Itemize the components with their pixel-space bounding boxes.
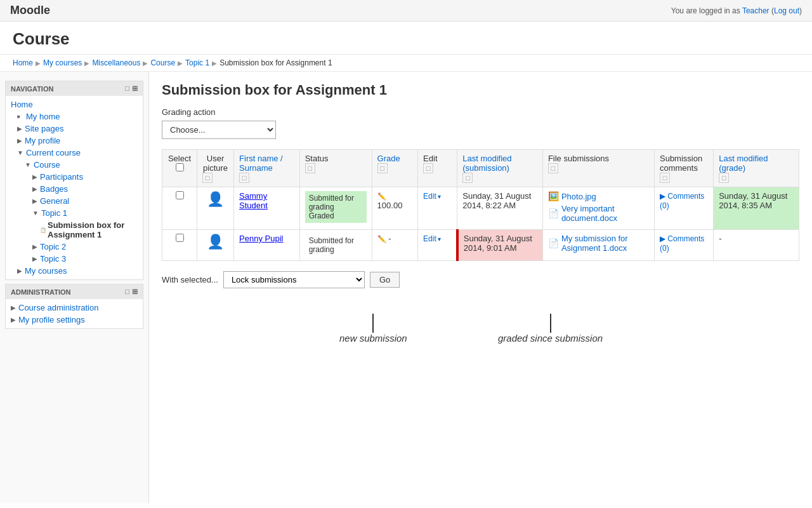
sidebar-myhome-link[interactable]: My home: [26, 112, 60, 121]
sidebar-courseadmin-link[interactable]: Course administration: [18, 303, 98, 312]
sidebar-sitepages-link[interactable]: Site pages: [25, 124, 63, 133]
row2-file1-name: My submission for Asignment 1.docx: [561, 234, 649, 253]
grade-sort-link[interactable]: Grade: [377, 154, 400, 163]
row1-file-cell: 🖼️ Photo.jpg 📄 Very important document.d…: [542, 187, 654, 230]
sidebar-item-general[interactable]: ▶ General: [6, 195, 143, 207]
sidebar-participants-link[interactable]: Participants: [40, 172, 83, 182]
navigation-title: NAVIGATION: [11, 85, 53, 93]
sidebar-item-profilesettings[interactable]: ▶ My profile settings: [6, 314, 143, 326]
sep4: ▶: [178, 60, 183, 67]
navigation-block-header: NAVIGATION □ ⊞: [6, 81, 143, 96]
row1-checkbox[interactable]: [176, 191, 184, 199]
sidebar-badges-link[interactable]: Badges: [40, 184, 68, 194]
administration-title: ADMINISTRATION: [11, 288, 71, 296]
sidebar-item-topic2[interactable]: ▶ Topic 2: [6, 241, 143, 253]
sidebar-topic1-link[interactable]: Topic 1: [41, 208, 67, 218]
administration-block-content: ▶ Course administration ▶ My profile set…: [6, 299, 143, 328]
row2-lastmod-grade-cell: -: [714, 230, 799, 261]
sidebar-submissionbox-link[interactable]: Submission box for Assignment 1: [48, 220, 138, 239]
grade-sort-icon[interactable]: □: [377, 163, 388, 173]
nav-config-icon[interactable]: ⊞: [132, 84, 138, 93]
name-sort-icon[interactable]: □: [239, 173, 249, 183]
sidebar-item-submissionbox[interactable]: 📋 Submission box for Assignment 1: [6, 219, 143, 241]
status-col-label: Status: [305, 154, 329, 163]
col-header-status: Status □: [299, 150, 372, 187]
teacher-link[interactable]: Teacher: [742, 6, 769, 15]
administration-block: ADMINISTRATION □ ⊞ ▶ Course administrati…: [5, 284, 143, 329]
row2-select-cell: [162, 230, 197, 261]
row1-file2-link[interactable]: 📄 Very important document.docx: [548, 204, 649, 223]
sidebar-item-course[interactable]: ▼ Course: [6, 159, 143, 171]
row2-checkbox[interactable]: [176, 234, 184, 242]
admin-collapse-icon[interactable]: □: [125, 288, 129, 296]
row2-edit-button[interactable]: Edit: [423, 234, 441, 243]
row1-comments-link[interactable]: ▶ Comments (0): [660, 192, 704, 210]
row1-edit-button[interactable]: Edit: [423, 192, 441, 201]
sidebar-item-sitepages[interactable]: ▶ Site pages: [6, 123, 143, 135]
row2-name-link[interactable]: Penny Pupil: [239, 234, 283, 243]
row1-grade-icon: ✏️: [377, 192, 386, 200]
status-sort-icon[interactable]: □: [305, 163, 315, 173]
row1-name-link[interactable]: Sammy Student: [239, 191, 268, 210]
comments-sort-icon[interactable]: □: [660, 173, 670, 183]
page-title: Course: [13, 29, 799, 49]
name-sort-link[interactable]: First name / Surname: [239, 154, 283, 173]
user-info: You are logged in as Teacher (Log out): [671, 6, 802, 15]
select-all-checkbox[interactable]: [176, 163, 184, 171]
myhome-bullet: ■: [17, 114, 22, 119]
row2-lastmod-sub-cell: Sunday, 31 August 2014, 9:01 AM: [457, 230, 543, 261]
breadcrumb-mycourses[interactable]: My courses: [43, 58, 82, 67]
profilesettings-arrow: ▶: [11, 316, 16, 323]
edit-sort-icon[interactable]: □: [423, 163, 433, 173]
file-sort-icon[interactable]: □: [548, 163, 558, 173]
col-header-lastmod-sub: Last modified (submission) □: [457, 150, 543, 187]
row2-file1-link[interactable]: 📄 My submission for Asignment 1.docx: [548, 234, 649, 253]
lastmod-sub-sort-link[interactable]: Last modified (submission): [462, 154, 511, 173]
sidebar-item-topic1[interactable]: ▼ Topic 1: [6, 207, 143, 219]
row2-avatar: 👤: [207, 234, 224, 250]
breadcrumb-misc[interactable]: Miscellaneous: [92, 58, 140, 67]
sidebar-home-link[interactable]: Home: [11, 100, 33, 109]
logout-link[interactable]: Log out: [774, 6, 799, 15]
lastmod-sub-sort-icon[interactable]: □: [462, 173, 473, 183]
row2-comments-link[interactable]: ▶ Comments (0): [660, 234, 704, 253]
sidebar-course-link[interactable]: Course: [34, 160, 60, 170]
sidebar-item-courseadmin[interactable]: ▶ Course administration: [6, 302, 143, 314]
sidebar-item-mycourses[interactable]: ▶ My courses: [6, 265, 143, 277]
content-heading: Submission box for Assignment 1: [162, 82, 799, 98]
sidebar-topic2-link[interactable]: Topic 2: [40, 242, 66, 251]
navigation-block-content: Home ■ My home ▶ Site pages ▶ My profile…: [6, 96, 143, 279]
row2-status-cell: Submitted for grading: [299, 230, 372, 261]
breadcrumb-home[interactable]: Home: [13, 58, 33, 67]
sidebar-item-participants[interactable]: ▶ Participants: [6, 171, 143, 183]
breadcrumb-course[interactable]: Course: [150, 58, 175, 67]
sidebar-item-topic3[interactable]: ▶ Topic 3: [6, 253, 143, 265]
sidebar-item-currentcourse[interactable]: ▼ Current course: [6, 147, 143, 159]
annotation-label-graded: graded since submission: [498, 333, 603, 344]
picture-sort-icon[interactable]: □: [202, 173, 213, 183]
nav-collapse-icon[interactable]: □: [125, 84, 129, 93]
sidebar-myprofile-link[interactable]: My profile: [25, 136, 60, 145]
with-selected-label: With selected...: [162, 275, 218, 284]
sidebar-topic3-link[interactable]: Topic 3: [40, 254, 66, 264]
sidebar-item-myprofile[interactable]: ▶ My profile: [6, 135, 143, 147]
sidebar-general-link[interactable]: General: [40, 196, 69, 206]
sidebar-item-home[interactable]: Home: [6, 98, 143, 110]
breadcrumb-topic1[interactable]: Topic 1: [185, 58, 209, 67]
sidebar-profilesettings-link[interactable]: My profile settings: [18, 315, 85, 324]
sidebar-item-myhome[interactable]: ■ My home: [6, 110, 143, 123]
bulk-action-select[interactable]: Lock submissions Unlock submissions Down…: [223, 271, 365, 288]
sidebar-currentcourse-link[interactable]: Current course: [26, 148, 81, 157]
sidebar-mycourses-link[interactable]: My courses: [25, 266, 67, 276]
lastmod-grade-sort-icon[interactable]: □: [719, 173, 729, 183]
row1-file1-link[interactable]: 🖼️ Photo.jpg: [548, 191, 649, 201]
lastmod-grade-sort-link[interactable]: Last modified (grade): [719, 154, 768, 173]
navigation-block: NAVIGATION □ ⊞ Home ■ My home ▶ Site pag…: [5, 81, 143, 280]
with-selected-bar: With selected... Lock submissions Unlock…: [162, 271, 799, 288]
go-button[interactable]: Go: [370, 272, 400, 288]
admin-block-icons: □ ⊞: [125, 288, 138, 296]
grading-action-select[interactable]: Choose... Download all submissions View …: [162, 121, 276, 139]
admin-config-icon[interactable]: ⊞: [132, 288, 138, 296]
sidebar-item-badges[interactable]: ▶ Badges: [6, 183, 143, 195]
topic2-arrow: ▶: [32, 243, 37, 250]
